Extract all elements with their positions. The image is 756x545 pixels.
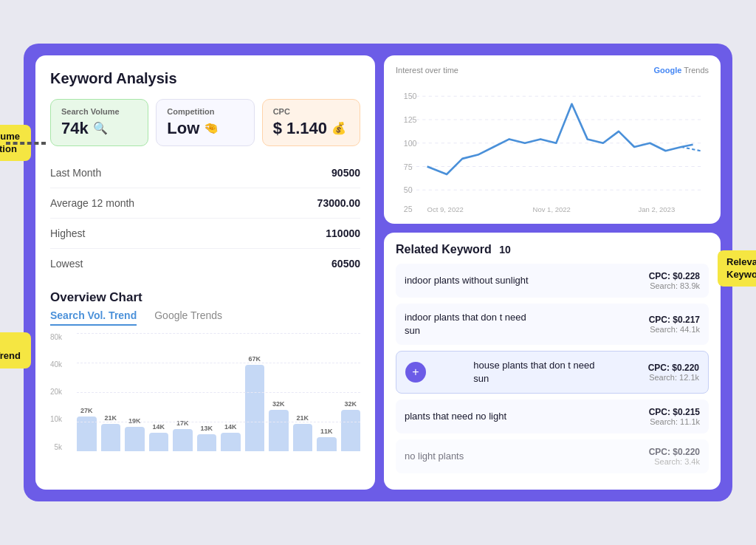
svg-text:Jan 2, 2023: Jan 2, 2023 xyxy=(638,205,675,213)
bar xyxy=(293,424,313,451)
trends-svg: 150 125 100 75 50 25 Oct 9, 2022 Nov 1, … xyxy=(396,80,709,213)
overview-section: Overview Chart Search Vol. TrendGoogle T… xyxy=(50,290,360,466)
stat-value: 90500 xyxy=(331,167,360,179)
keyword-cpc: CPC: $0.220 xyxy=(648,363,699,373)
trends-label: Interest over time xyxy=(396,66,458,75)
search-volume-label: Search Volume xyxy=(61,107,137,116)
keyword-stats: CPC: $0.228 Search: 83.9k xyxy=(649,271,700,290)
chart-tab[interactable]: Google Trends xyxy=(154,309,222,326)
keyword-item: plants that need no light CPC: $0.215 Se… xyxy=(396,400,709,433)
keyword-stats: CPC: $0.217 Search: 44.1k xyxy=(649,315,700,334)
stat-row: Lowest 60500 xyxy=(50,249,360,278)
trends-chart-container: 150 125 100 75 50 25 Oct 9, 2022 Nov 1, … xyxy=(396,80,709,213)
svg-text:100: 100 xyxy=(404,139,417,148)
keyword-search: Search: 83.9k xyxy=(649,281,700,290)
bar xyxy=(149,433,169,451)
stat-label: Average 12 month xyxy=(50,197,134,209)
keyword-cpc: CPC: $0.217 xyxy=(649,315,700,325)
bar-label-top: 32K xyxy=(344,400,357,408)
svg-text:25: 25 xyxy=(404,205,413,213)
add-keyword-button[interactable]: + xyxy=(405,362,426,383)
right-panel: Interest over time Google Trends 150 125 xyxy=(384,55,721,490)
keyword-search: Search: 11.1k xyxy=(649,417,700,426)
keyword-name: plants that need no light xyxy=(405,410,506,423)
cpc-icon: 💰 xyxy=(331,121,346,135)
keyword-list: indoor plants without sunlight CPC: $0.2… xyxy=(396,264,709,474)
bar-label-top: 21K xyxy=(104,414,117,422)
bar xyxy=(173,429,193,451)
bar xyxy=(77,417,97,451)
panel-title: Keyword Analysis xyxy=(50,70,360,87)
search-volume-value: 74k 🔍 xyxy=(61,119,137,138)
bar-col: 13K xyxy=(197,425,217,451)
chart-tab[interactable]: Search Vol. Trend xyxy=(50,309,137,326)
svg-text:125: 125 xyxy=(404,115,417,124)
bar-col: 21K xyxy=(293,414,313,451)
cpc-card: CPC $ 1.140 💰 xyxy=(262,99,360,146)
bar-col: 19K xyxy=(125,417,145,451)
bar xyxy=(221,433,241,451)
bar-col: 27K xyxy=(77,407,97,451)
annotation-keyword-trend: 12 Months Keyword Trend xyxy=(0,332,31,369)
stats-table: Last Month 90500 Average 12 month 73000.… xyxy=(50,158,360,278)
chart-tabs: Search Vol. TrendGoogle Trends xyxy=(50,309,360,326)
bar-chart-area: 80k 40k 20k 10k 5k 27K 21K 19K 14K 17K 1… xyxy=(50,333,360,466)
related-count: 10 xyxy=(499,244,511,256)
bar-label-top: 19K xyxy=(128,417,141,425)
bar-col: 14K xyxy=(221,423,241,451)
y-axis: 80k 40k 20k 10k 5k xyxy=(50,333,62,451)
annotation-relevant-keywords: Relevant Keywords xyxy=(718,250,756,287)
bar-label-top: 21K xyxy=(296,414,309,422)
svg-text:Nov 1, 2022: Nov 1, 2022 xyxy=(533,205,571,213)
stat-row: Last Month 90500 xyxy=(50,158,360,188)
bar-col: 11K xyxy=(317,428,337,451)
keyword-name: indoor plants that don t need sun xyxy=(405,311,537,337)
keyword-item: + house plants that don t need sun CPC: … xyxy=(396,351,709,394)
stat-row: Average 12 month 73000.00 xyxy=(50,188,360,219)
annotation-search-volume: Search Volume & Competition xyxy=(0,125,31,162)
cpc-label: CPC xyxy=(273,107,349,116)
competition-icon: 🤏 xyxy=(204,121,219,135)
bar xyxy=(197,434,217,451)
bar-col: 32K xyxy=(341,400,361,451)
bar-label-top: 14K xyxy=(224,423,237,431)
bar-label-top: 67K xyxy=(248,355,261,363)
keyword-item: indoor plants without sunlight CPC: $0.2… xyxy=(396,264,709,298)
bar xyxy=(125,427,145,451)
bar-label-top: 32K xyxy=(272,400,285,408)
left-panel: Keyword Analysis Search Volume 74k 🔍 Com… xyxy=(35,55,375,490)
svg-text:150: 150 xyxy=(404,92,417,100)
bar-col: 32K xyxy=(269,400,289,451)
keyword-cpc: CPC: $0.220 xyxy=(649,447,700,457)
bar-label-top: 27K xyxy=(80,407,93,414)
bar xyxy=(101,424,121,451)
keyword-name: no light plants xyxy=(405,450,464,463)
bar-label-top: 17K xyxy=(176,419,189,427)
related-keywords-card: Related Keyword 10 indoor plants without… xyxy=(384,233,721,490)
keyword-stats: CPC: $0.220 Search: 12.1k xyxy=(648,363,699,382)
bar-col: 17K xyxy=(173,419,193,451)
svg-text:50: 50 xyxy=(404,185,413,194)
bar xyxy=(317,437,337,451)
stat-value: 73000.00 xyxy=(317,197,360,209)
trends-header: Interest over time Google Trends xyxy=(396,66,709,75)
keyword-name: house plants that don t need sun xyxy=(473,359,606,385)
keyword-name: indoor plants without sunlight xyxy=(405,274,529,287)
competition-value: Low 🤏 xyxy=(167,119,243,138)
overview-title: Overview Chart xyxy=(50,290,360,305)
trends-card: Interest over time Google Trends 150 125 xyxy=(384,55,721,224)
search-icon: 🔍 xyxy=(93,121,108,135)
bar-label-top: 11K xyxy=(320,428,333,435)
keyword-item: indoor plants that don t need sun CPC: $… xyxy=(396,304,709,345)
competition-label: Competition xyxy=(167,107,243,116)
bar-col: 67K xyxy=(245,355,265,451)
svg-text:75: 75 xyxy=(404,162,413,171)
keyword-stats: CPC: $0.220 Search: 3.4k xyxy=(649,447,700,466)
bar-label-top: 13K xyxy=(200,425,213,432)
keyword-stats: CPC: $0.215 Search: 11.1k xyxy=(649,407,700,426)
bar xyxy=(269,410,289,451)
cpc-value: $ 1.140 💰 xyxy=(273,119,349,138)
keyword-search: Search: 3.4k xyxy=(649,457,700,466)
bar-col: 21K xyxy=(101,414,121,451)
keyword-cpc: CPC: $0.228 xyxy=(649,271,700,281)
